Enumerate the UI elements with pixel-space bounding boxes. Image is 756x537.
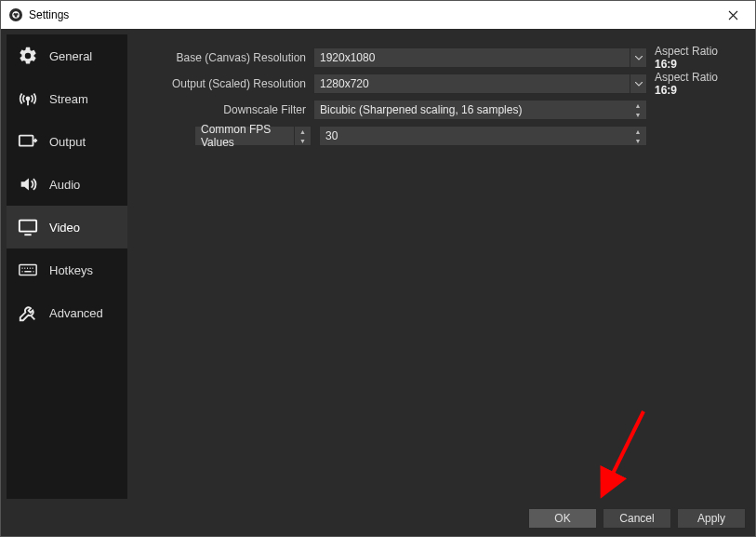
- label-downscale-filter: Downscale Filter: [137, 103, 313, 116]
- combo-downscale-filter[interactable]: Bicubic (Sharpened scaling, 16 samples) …: [313, 100, 647, 120]
- client-area: General Stream Output Audio: [1, 29, 755, 504]
- aspect-output: Aspect Ratio 16:9: [647, 71, 740, 97]
- output-icon: [16, 129, 40, 154]
- row-base-resolution: Base (Canvas) Resolution 1920x1080 Aspec…: [137, 47, 740, 68]
- settings-window: Settings General Stream: [0, 0, 756, 537]
- gear-icon: [16, 44, 40, 68]
- sidebar-item-label: Audio: [49, 178, 80, 192]
- svg-point-4: [13, 15, 15, 17]
- combo-base-resolution[interactable]: 1920x1080: [313, 47, 647, 68]
- settings-content-video: Base (Canvas) Resolution 1920x1080 Aspec…: [127, 34, 749, 499]
- sidebar-item-general[interactable]: General: [7, 34, 127, 77]
- spinner-icon: ▲▼: [294, 127, 311, 145]
- label-output-resolution: Output (Scaled) Resolution: [137, 77, 313, 90]
- sidebar-item-label: Video: [49, 221, 80, 235]
- sidebar-item-audio[interactable]: Audio: [7, 163, 127, 206]
- sidebar-item-hotkeys[interactable]: Hotkeys: [7, 248, 127, 291]
- sidebar-item-label: Hotkeys: [49, 263, 93, 277]
- combo-value: 1920x1080: [320, 51, 375, 64]
- svg-point-0: [9, 8, 22, 21]
- sidebar-item-label: Stream: [49, 92, 88, 106]
- sidebar-item-label: General: [49, 49, 92, 63]
- sidebar-item-stream[interactable]: Stream: [7, 77, 127, 120]
- close-button[interactable]: [714, 1, 751, 29]
- dialog-footer: OK Cancel Apply: [1, 504, 755, 536]
- label-base-resolution: Base (Canvas) Resolution: [137, 51, 313, 64]
- svg-rect-8: [20, 265, 36, 275]
- chevron-down-icon: [630, 48, 646, 67]
- spinner-icon: ▲▼: [630, 127, 646, 145]
- combo-fps-type[interactable]: Common FPS Values ▲▼: [194, 126, 312, 146]
- svg-point-2: [15, 12, 17, 14]
- keyboard-icon: [16, 258, 40, 282]
- svg-point-3: [17, 15, 19, 17]
- combo-fps-value[interactable]: 30 ▲▼: [319, 126, 647, 146]
- chevron-down-icon: [630, 74, 646, 93]
- row-downscale-filter: Downscale Filter Bicubic (Sharpened scal…: [137, 100, 740, 120]
- svg-rect-7: [20, 221, 36, 232]
- app-icon: [8, 7, 23, 22]
- sidebar-item-output[interactable]: Output: [7, 120, 127, 163]
- window-title: Settings: [29, 8, 69, 21]
- combo-value: 1280x720: [320, 77, 369, 90]
- svg-rect-6: [20, 136, 33, 146]
- monitor-icon: [16, 215, 40, 239]
- apply-button[interactable]: Apply: [677, 508, 746, 529]
- speaker-icon: [16, 172, 40, 196]
- sidebar-item-label: Advanced: [49, 306, 103, 320]
- combo-value: Bicubic (Sharpened scaling, 16 samples): [320, 103, 522, 116]
- ok-button[interactable]: OK: [528, 508, 597, 529]
- row-fps: Common FPS Values ▲▼ 30 ▲▼: [137, 126, 740, 146]
- annotation-arrow: [592, 407, 667, 500]
- tools-icon: [16, 301, 40, 325]
- combo-output-resolution[interactable]: 1280x720: [313, 74, 647, 94]
- sidebar-item-label: Output: [49, 135, 86, 149]
- row-output-resolution: Output (Scaled) Resolution 1280x720 Aspe…: [137, 74, 740, 94]
- sidebar-item-advanced[interactable]: Advanced: [7, 291, 127, 334]
- aspect-base: Aspect Ratio 16:9: [647, 45, 740, 71]
- combo-value: Common FPS Values: [201, 123, 290, 149]
- antenna-icon: [16, 87, 40, 111]
- spinner-icon: ▲▼: [630, 101, 646, 119]
- sidebar-item-video[interactable]: Video: [7, 206, 127, 248]
- titlebar: Settings: [1, 1, 755, 29]
- cancel-button[interactable]: Cancel: [603, 508, 671, 529]
- sidebar: General Stream Output Audio: [7, 34, 127, 499]
- combo-value: 30: [325, 129, 338, 142]
